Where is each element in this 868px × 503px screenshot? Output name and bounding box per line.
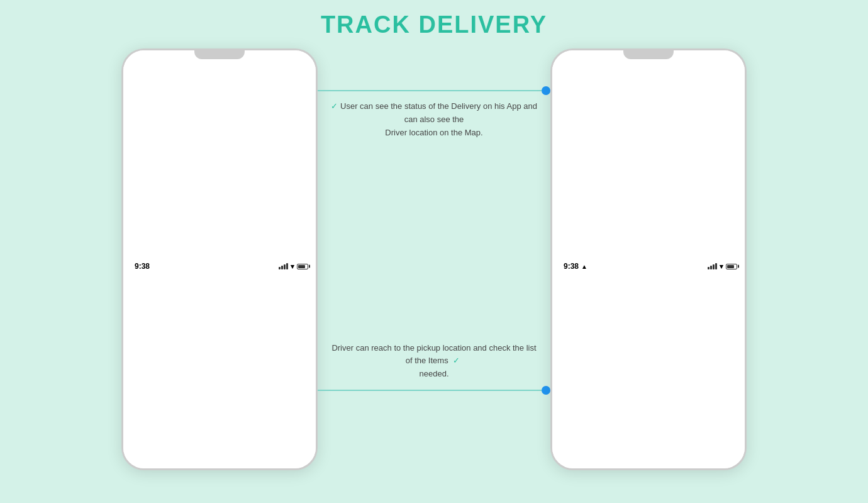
upper-line-left [318,90,542,91]
lower-annotation-text: Driver can reach to the pickup location … [318,342,550,381]
page-title: TRACK DELIVERY [0,11,868,38]
wifi-icon: ▾ [291,263,294,271]
phone-right: 9:38 ▲ ▾ ← Delivery ⋮ Order Picked U [550,48,747,470]
left-status-time: 9:38 [135,262,150,271]
left-status-bar: 9:38 ▾ [123,50,318,470]
right-battery-icon [726,264,737,269]
right-signal-icon [708,263,717,269]
notch-left [194,50,245,59]
location-arrow-icon: ▲ [581,263,587,270]
left-status-icons: ▾ [279,263,308,271]
lower-annotation-row [318,386,550,395]
upper-dot [542,86,550,95]
right-status-left: 9:38 ▲ [564,262,587,271]
upper-annotation-text: ✓User can see the status of the Delivery… [318,100,550,139]
battery-icon [297,264,308,269]
upper-check-icon: ✓ [331,101,338,111]
right-wifi-icon: ▾ [720,263,723,271]
right-status-time: 9:38 [564,262,579,271]
upper-annotation-row [318,86,550,95]
lower-dot [542,386,550,395]
lower-line-left [318,390,542,391]
notch-right [623,50,674,59]
phone-left: 9:38 ▾ ← #2118010605 ⋮ [121,48,318,470]
annotation-area: ✓User can see the status of the Delivery… [318,48,550,470]
main-content: 9:38 ▾ ← #2118010605 ⋮ [0,48,868,470]
right-status-bar: 9:38 ▲ ▾ [552,50,747,470]
right-status-icons: ▾ [708,263,737,271]
lower-check-icon: ✓ [453,356,460,365]
signal-icon [279,263,288,269]
